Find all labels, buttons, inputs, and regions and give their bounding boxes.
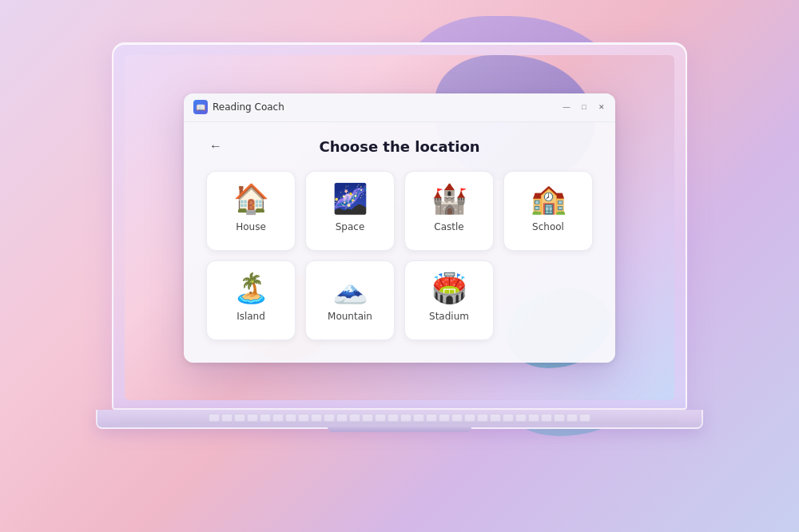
keyboard-key xyxy=(426,414,437,422)
location-card-stadium[interactable]: 🏟️Stadium xyxy=(404,260,494,340)
screen-content: 📖 Reading Coach — □ ✕ ← Choose the locat… xyxy=(125,55,674,400)
keyboard-key xyxy=(260,414,271,422)
titlebar-app-name: Reading Coach xyxy=(213,101,562,113)
laptop: 📖 Reading Coach — □ ✕ ← Choose the locat… xyxy=(100,42,699,490)
keyboard-key xyxy=(579,414,590,422)
keyboard-key xyxy=(515,414,527,422)
keyboard-key xyxy=(298,414,309,422)
page-title: Choose the location xyxy=(206,138,593,155)
app-window: 📖 Reading Coach — □ ✕ ← Choose the locat… xyxy=(184,93,615,363)
keyboard-key xyxy=(375,414,386,422)
house-icon: 🏠 xyxy=(233,185,269,213)
keyboard-key xyxy=(324,414,335,422)
mountain-label: Mountain xyxy=(328,311,372,322)
keyboard-key xyxy=(272,414,284,422)
island-icon: 🏝️ xyxy=(233,274,269,303)
mountain-icon: 🗻 xyxy=(332,274,368,303)
titlebar: 📖 Reading Coach — □ ✕ xyxy=(184,93,615,122)
titlebar-controls: — □ ✕ xyxy=(562,103,606,111)
minimize-button[interactable]: — xyxy=(562,103,570,111)
keyboard-key xyxy=(247,414,258,422)
keyboard-key xyxy=(451,414,463,422)
stadium-icon: 🏟️ xyxy=(431,274,467,303)
keyboard-key xyxy=(413,414,424,422)
locations-grid: 🏠House🌌Space🏰Castle🏫School🏝️Island🗻Mount… xyxy=(206,171,593,340)
space-icon: 🌌 xyxy=(332,185,368,213)
keyboard-key xyxy=(285,414,296,422)
house-label: House xyxy=(236,221,266,232)
location-card-house[interactable]: 🏠House xyxy=(206,171,296,251)
space-label: Space xyxy=(336,221,365,232)
location-card-castle[interactable]: 🏰Castle xyxy=(404,171,494,251)
keyboard-key xyxy=(209,414,220,422)
keyboard-key xyxy=(503,414,514,422)
maximize-button[interactable]: □ xyxy=(580,103,588,111)
keyboard-key xyxy=(311,414,322,422)
keyboard-key xyxy=(221,414,233,422)
island-label: Island xyxy=(237,311,265,322)
keyboard-key xyxy=(528,414,539,422)
laptop-screen: 📖 Reading Coach — □ ✕ ← Choose the locat… xyxy=(112,42,687,410)
keyboard-key xyxy=(400,414,411,422)
window-content: ← Choose the location 🏠House🌌Space🏰Castl… xyxy=(184,122,615,363)
app-icon: 📖 xyxy=(193,100,208,114)
keyboard-key xyxy=(541,414,552,422)
stadium-label: Stadium xyxy=(429,311,469,322)
keyboard xyxy=(120,411,679,424)
keyboard-key xyxy=(566,414,578,422)
keyboard-key xyxy=(349,414,360,422)
location-card-mountain[interactable]: 🗻Mountain xyxy=(305,260,395,340)
keyboard-key xyxy=(234,414,245,422)
keyboard-key xyxy=(554,414,565,422)
castle-icon: 🏰 xyxy=(431,185,467,213)
window-header: ← Choose the location xyxy=(206,138,593,155)
location-card-school[interactable]: 🏫School xyxy=(503,171,593,251)
keyboard-key xyxy=(336,414,348,422)
back-button[interactable]: ← xyxy=(206,136,225,157)
keyboard-key xyxy=(490,414,501,422)
keyboard-key xyxy=(362,414,373,422)
keyboard-key xyxy=(477,414,488,422)
location-card-island[interactable]: 🏝️Island xyxy=(206,260,296,340)
keyboard-key xyxy=(388,414,399,422)
close-button[interactable]: ✕ xyxy=(598,103,606,111)
school-icon: 🏫 xyxy=(531,185,566,213)
castle-label: Castle xyxy=(434,221,463,232)
laptop-base xyxy=(96,410,703,429)
keyboard-key xyxy=(464,414,475,422)
location-card-space[interactable]: 🌌Space xyxy=(305,171,395,251)
keyboard-key xyxy=(439,414,450,422)
school-label: School xyxy=(532,221,564,232)
